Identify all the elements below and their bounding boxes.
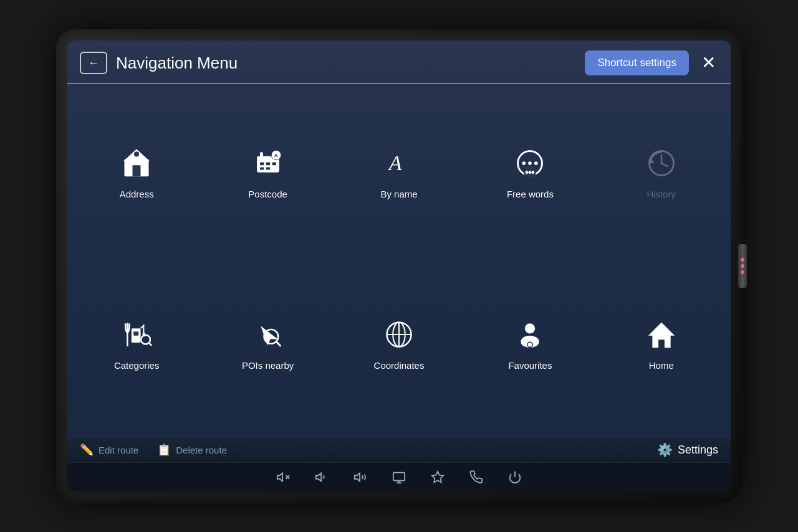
svg-point-42 xyxy=(525,323,535,333)
settings-gear-icon: ⚙️ xyxy=(657,442,673,457)
power-button[interactable] xyxy=(508,470,522,484)
home-label: Home xyxy=(649,360,674,371)
svg-marker-51 xyxy=(432,472,443,482)
svg-point-18 xyxy=(529,161,532,165)
delete-route-icon: 📋 xyxy=(157,443,171,457)
nav-item-postcode[interactable]: A Postcode xyxy=(204,90,330,257)
categories-label: Categories xyxy=(114,360,160,371)
side-dot-3 xyxy=(741,270,744,274)
poisnearby-label: POIs nearby xyxy=(242,360,294,371)
volume-down-button[interactable] xyxy=(315,470,329,484)
delete-route-button[interactable]: 📋 Delete route xyxy=(157,443,227,457)
svg-text:A: A xyxy=(274,153,277,159)
svg-rect-7 xyxy=(260,163,264,166)
hw-bar xyxy=(67,462,731,492)
svg-point-22 xyxy=(529,171,532,174)
close-button[interactable]: ✕ xyxy=(701,54,716,72)
bottom-bar: ✏️ Edit route 📋 Delete route ⚙️ Settings xyxy=(67,437,731,462)
svg-rect-9 xyxy=(272,163,276,166)
svg-rect-5 xyxy=(260,152,263,160)
postcode-label: Postcode xyxy=(248,189,287,199)
nav-item-favourites[interactable]: Favourites xyxy=(467,262,593,428)
phone-button[interactable] xyxy=(469,470,483,484)
shortcut-settings-button[interactable]: Shortcut settings xyxy=(585,50,689,75)
favorites-button[interactable] xyxy=(431,470,445,484)
screen-area: ← Navigation Menu Shortcut settings ✕ xyxy=(67,40,731,492)
svg-point-21 xyxy=(526,171,529,174)
side-dot-2 xyxy=(741,264,744,268)
svg-point-44 xyxy=(527,342,532,347)
nav-item-history: History xyxy=(598,90,724,257)
svg-line-34 xyxy=(149,343,151,345)
svg-line-26 xyxy=(661,163,668,166)
nav-item-freewords[interactable]: Free words xyxy=(467,90,593,257)
nav-panel: ← Navigation Menu Shortcut settings ✕ xyxy=(67,40,731,462)
svg-rect-8 xyxy=(266,163,270,166)
history-icon xyxy=(645,147,678,184)
svg-point-23 xyxy=(532,171,535,174)
nav-header: ← Navigation Menu Shortcut settings ✕ xyxy=(67,40,731,84)
volume-up-button[interactable] xyxy=(353,470,367,484)
nav-grid: Address xyxy=(67,84,731,437)
coordinates-icon xyxy=(383,318,415,355)
coordinates-label: Coordinates xyxy=(374,360,425,371)
address-label: Address xyxy=(120,189,154,199)
svg-point-2 xyxy=(134,152,139,157)
settings-button[interactable]: ⚙️ Settings xyxy=(657,442,718,457)
address-icon xyxy=(120,147,153,184)
nav-item-categories[interactable]: Categories xyxy=(74,262,200,428)
categories-icon xyxy=(120,318,153,355)
svg-line-37 xyxy=(276,341,281,346)
freewords-icon xyxy=(514,147,546,184)
svg-rect-31 xyxy=(133,331,138,336)
svg-rect-3 xyxy=(133,166,141,177)
edit-route-icon: ✏️ xyxy=(80,443,94,457)
postcode-icon: A xyxy=(252,147,284,184)
delete-route-label: Delete route xyxy=(176,445,227,455)
bottom-actions: ✏️ Edit route 📋 Delete route xyxy=(80,443,227,457)
favourites-label: Favourites xyxy=(508,360,552,371)
nav-item-byname[interactable]: A By name xyxy=(336,90,462,257)
mute-button[interactable] xyxy=(276,470,290,484)
back-button[interactable]: ← xyxy=(80,52,107,74)
svg-marker-45 xyxy=(648,322,675,348)
nav-item-address[interactable]: Address xyxy=(74,90,200,257)
byname-label: By name xyxy=(380,189,417,199)
nav-item-home[interactable]: Home xyxy=(598,262,724,428)
history-label: History xyxy=(647,189,676,199)
svg-rect-48 xyxy=(393,473,405,481)
side-dot-1 xyxy=(741,258,744,262)
freewords-label: Free words xyxy=(507,189,554,199)
svg-point-17 xyxy=(522,161,526,165)
svg-rect-10 xyxy=(260,168,264,170)
favourites-icon xyxy=(514,318,546,355)
screen-button[interactable] xyxy=(392,470,406,484)
nav-item-coordinates[interactable]: Coordinates xyxy=(336,262,462,428)
edit-route-label: Edit route xyxy=(99,445,138,455)
settings-label: Settings xyxy=(678,444,718,457)
poisnearby-icon xyxy=(252,318,284,355)
home-icon xyxy=(645,318,678,355)
nav-item-poisnearby[interactable]: POIs nearby xyxy=(204,262,330,428)
edit-route-button[interactable]: ✏️ Edit route xyxy=(80,443,138,457)
outer-bezel: ← Navigation Menu Shortcut settings ✕ xyxy=(56,29,742,503)
svg-text:A: A xyxy=(388,152,402,175)
svg-rect-11 xyxy=(266,168,270,170)
side-button[interactable] xyxy=(738,244,747,288)
byname-icon: A xyxy=(383,147,415,184)
page-title: Navigation Menu xyxy=(116,54,585,73)
svg-point-19 xyxy=(534,161,538,165)
